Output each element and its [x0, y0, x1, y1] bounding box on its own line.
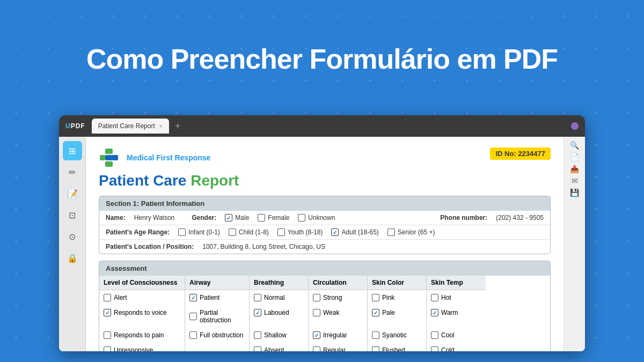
gender-male-checkbox[interactable]	[225, 214, 232, 221]
gender-unknown-checkbox[interactable]	[298, 214, 305, 221]
assessment-row-2: Responds to voice Partial obstruction La…	[99, 305, 550, 328]
logo-area: Medical First Response	[99, 147, 210, 168]
skin-color-pink-checkbox[interactable]	[372, 294, 379, 301]
breathing-shallow-checkbox[interactable]	[254, 331, 261, 339]
email-icon[interactable]: ✉	[572, 176, 578, 185]
age-infant-checkbox[interactable]	[178, 228, 186, 236]
loc-pain[interactable]: Responds to pain	[104, 330, 180, 341]
airway-full[interactable]: Full obstruction	[189, 330, 245, 341]
circulation-regular[interactable]: Regular	[313, 345, 363, 351]
breathing-col-3: Shallow	[250, 328, 309, 343]
skin-color-col-2: Pale	[368, 305, 427, 328]
breathing-absent[interactable]: Absent	[254, 345, 304, 351]
airway-full-label: Full obstruction	[200, 331, 243, 339]
gender-unknown[interactable]: Unknown	[298, 214, 335, 221]
circulation-regular-checkbox[interactable]	[313, 346, 320, 351]
sidebar-item-form[interactable]: ⊡	[63, 205, 82, 225]
loc-unresponsive-label: Unresponsive	[114, 346, 153, 351]
skin-temp-cool-checkbox[interactable]	[431, 331, 438, 339]
skin-temp-warm-checkbox[interactable]	[431, 309, 438, 316]
sidebar-item-pages[interactable]: ⊞	[63, 141, 82, 160]
airway-patient-checkbox[interactable]	[189, 294, 197, 301]
skin-color-syanotic-checkbox[interactable]	[372, 331, 379, 339]
airway-partial[interactable]: Partial obstruction	[189, 307, 245, 326]
age-infant[interactable]: Infant (0-1)	[178, 228, 220, 236]
loc-alert[interactable]: Alert	[104, 292, 180, 303]
gender-female-checkbox[interactable]	[258, 214, 265, 221]
age-adult-checkbox[interactable]	[331, 228, 339, 236]
skin-color-syanotic[interactable]: Syanotic	[372, 330, 422, 341]
share-icon[interactable]: 📤	[570, 165, 579, 173]
gender-unknown-label: Unknown	[308, 214, 335, 221]
loc-voice[interactable]: Responds to voice	[104, 307, 180, 318]
new-tab-button[interactable]: +	[175, 121, 180, 131]
age-youth-checkbox[interactable]	[277, 228, 285, 236]
loc-unresponsive[interactable]: Unresponsive	[104, 345, 180, 351]
circulation-strong[interactable]: Strong	[313, 292, 363, 303]
circulation-weak-checkbox[interactable]	[313, 309, 320, 316]
sidebar-item-edit[interactable]: ✏	[63, 162, 82, 182]
age-senior[interactable]: Senior (65 +)	[387, 228, 435, 236]
tab-close-button[interactable]: ×	[159, 123, 163, 129]
circulation-irregular[interactable]: Irregular	[313, 330, 363, 341]
sidebar-item-annotate[interactable]: 📝	[63, 184, 82, 203]
skin-temp-cold[interactable]: Cold	[431, 345, 481, 351]
zoom-icon[interactable]: 🔍	[570, 141, 579, 150]
col-header-loc: Level of Consciousness	[99, 276, 185, 290]
skin-color-flushed[interactable]: Flushed	[372, 345, 422, 351]
save-icon[interactable]: 💾	[570, 188, 579, 197]
app-menu-button[interactable]	[571, 122, 579, 130]
age-child-label: Child (1-8)	[239, 228, 269, 236]
breathing-laboued[interactable]: Laboued	[254, 307, 304, 318]
skin-temp-cold-checkbox[interactable]	[431, 346, 438, 351]
skin-color-pale-checkbox[interactable]	[372, 309, 379, 316]
medical-cross-logo	[99, 147, 119, 168]
skin-temp-hot-checkbox[interactable]	[431, 294, 438, 301]
skin-temp-col-2: Warm	[427, 305, 486, 328]
assessment-column-headers: Level of Consciousness Airway Breathing …	[99, 276, 550, 290]
age-adult[interactable]: Adult (18-65)	[331, 228, 378, 236]
circulation-weak[interactable]: Weak	[313, 307, 363, 318]
pdf-content: Medical First Response ID No: 2234477 Pa…	[86, 137, 564, 351]
age-youth[interactable]: Youth (8-18)	[277, 228, 323, 236]
location-label: Patient's Location / Position:	[106, 243, 194, 250]
skin-temp-cool[interactable]: Cool	[431, 330, 481, 341]
circulation-irregular-checkbox[interactable]	[313, 331, 320, 339]
gender-female[interactable]: Female	[258, 214, 289, 221]
sidebar-item-export[interactable]: ⊙	[63, 227, 82, 246]
airway-full-checkbox[interactable]	[189, 331, 197, 339]
breathing-normal-checkbox[interactable]	[254, 294, 261, 301]
loc-alert-checkbox[interactable]	[104, 294, 111, 301]
breathing-absent-label: Absent	[264, 346, 284, 351]
loc-voice-checkbox[interactable]	[104, 309, 111, 316]
col-header-skin-color: Skin Color	[368, 276, 427, 290]
breathing-laboued-checkbox[interactable]	[254, 309, 261, 316]
skin-color-flushed-checkbox[interactable]	[372, 346, 379, 351]
skin-temp-warm[interactable]: Warm	[431, 307, 481, 318]
left-sidebar: ⊞ ✏ 📝 ⊡ ⊙ 🔒	[59, 137, 86, 351]
age-child-checkbox[interactable]	[229, 228, 236, 236]
loc-pain-checkbox[interactable]	[104, 331, 111, 339]
age-infant-label: Infant (0-1)	[188, 228, 220, 236]
browser-tab[interactable]: Patient Care Report ×	[92, 119, 169, 134]
org-name: Medical First Response	[127, 153, 210, 162]
skin-color-pink[interactable]: Pink	[372, 292, 422, 303]
age-senior-checkbox[interactable]	[387, 228, 395, 236]
sidebar-item-protect[interactable]: 🔒	[63, 248, 82, 268]
breathing-normal[interactable]: Normal	[254, 292, 304, 303]
page-icon[interactable]: 📄	[570, 153, 579, 161]
airway-patient[interactable]: Patient	[189, 292, 245, 303]
skin-color-pale[interactable]: Pale	[372, 307, 422, 318]
breathing-absent-checkbox[interactable]	[254, 346, 261, 351]
skin-temp-hot[interactable]: Hot	[431, 292, 481, 303]
loc-voice-label: Responds to voice	[114, 309, 167, 316]
name-label: Name:	[106, 214, 126, 221]
breathing-shallow[interactable]: Shallow	[254, 330, 304, 341]
airway-partial-checkbox[interactable]	[189, 313, 197, 320]
age-child[interactable]: Child (1-8)	[229, 228, 269, 236]
gender-male[interactable]: Male	[225, 214, 249, 221]
loc-unresponsive-checkbox[interactable]	[104, 346, 111, 351]
assessment-row-1: Alert Patient Normal	[99, 290, 550, 305]
circulation-strong-checkbox[interactable]	[313, 294, 320, 301]
airway-partial-label: Partial obstruction	[200, 309, 245, 324]
